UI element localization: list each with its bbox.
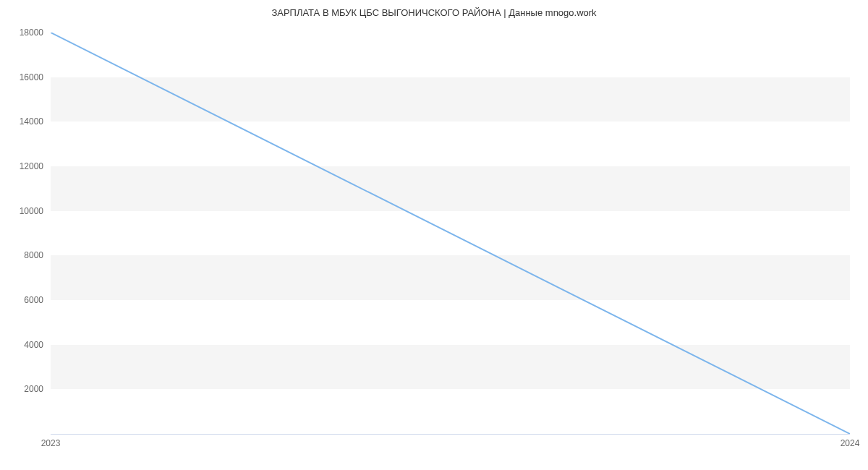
y-axis-tick: 16000 <box>4 72 43 82</box>
y-axis-tick: 12000 <box>4 161 43 171</box>
chart-container: ЗАРПЛАТА В МБУК ЦБС ВЫГОНИЧСКОГО РАЙОНА … <box>0 0 868 470</box>
y-axis-tick: 6000 <box>4 295 43 305</box>
x-axis-tick: 2024 <box>841 438 860 448</box>
y-axis-tick: 14000 <box>4 116 43 127</box>
y-axis-tick: 8000 <box>4 250 43 260</box>
line-series <box>51 33 850 434</box>
y-axis-tick: 10000 <box>4 206 43 216</box>
y-axis-tick: 18000 <box>4 27 43 38</box>
y-axis-tick: 4000 <box>4 340 43 350</box>
y-axis-tick: 2000 <box>4 384 43 394</box>
chart-title: ЗАРПЛАТА В МБУК ЦБС ВЫГОНИЧСКОГО РАЙОНА … <box>0 7 868 18</box>
x-axis-tick: 2023 <box>41 438 61 448</box>
plot-area <box>51 33 850 435</box>
